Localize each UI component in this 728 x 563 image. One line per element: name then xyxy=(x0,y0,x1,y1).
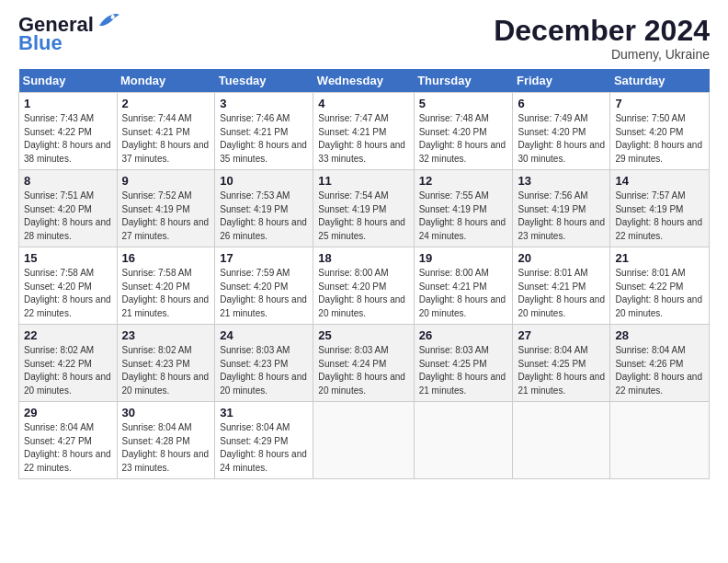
calendar-cell: 17Sunrise: 7:59 AMSunset: 4:20 PMDayligh… xyxy=(215,247,313,325)
calendar-cell: 26Sunrise: 8:03 AMSunset: 4:25 PMDayligh… xyxy=(414,325,513,402)
day-number: 5 xyxy=(419,97,508,110)
day-number: 16 xyxy=(122,251,210,265)
calendar-cell: 27Sunrise: 8:04 AMSunset: 4:25 PMDayligh… xyxy=(513,325,610,402)
day-number: 1 xyxy=(24,97,112,110)
day-info: Sunrise: 7:48 AMSunset: 4:20 PMDaylight:… xyxy=(419,112,508,166)
day-number: 3 xyxy=(220,97,308,110)
calendar-cell xyxy=(414,402,513,479)
day-number: 30 xyxy=(122,406,210,419)
day-number: 13 xyxy=(518,174,605,188)
week-row-2: 8Sunrise: 7:51 AMSunset: 4:20 PMDaylight… xyxy=(19,170,710,247)
weekday-header-wednesday: Wednesday xyxy=(313,69,414,93)
day-info: Sunrise: 7:59 AMSunset: 4:20 PMDaylight:… xyxy=(220,267,308,320)
calendar-cell: 14Sunrise: 7:57 AMSunset: 4:19 PMDayligh… xyxy=(610,170,710,247)
calendar-table: SundayMondayTuesdayWednesdayThursdayFrid… xyxy=(18,69,710,479)
logo-bird-icon xyxy=(96,13,121,31)
calendar-cell: 15Sunrise: 7:58 AMSunset: 4:20 PMDayligh… xyxy=(19,247,118,325)
calendar-cell: 25Sunrise: 8:03 AMSunset: 4:24 PMDayligh… xyxy=(313,325,414,402)
calendar-cell: 10Sunrise: 7:53 AMSunset: 4:19 PMDayligh… xyxy=(215,170,313,247)
day-info: Sunrise: 8:03 AMSunset: 4:24 PMDaylight:… xyxy=(318,344,408,397)
calendar-cell: 1Sunrise: 7:43 AMSunset: 4:22 PMDaylight… xyxy=(19,93,118,170)
day-info: Sunrise: 7:53 AMSunset: 4:19 PMDaylight:… xyxy=(220,190,308,243)
day-number: 27 xyxy=(518,328,605,342)
location: Dumeny, Ukraine xyxy=(494,47,710,62)
day-info: Sunrise: 8:03 AMSunset: 4:25 PMDaylight:… xyxy=(419,344,508,397)
day-number: 8 xyxy=(24,174,112,188)
day-info: Sunrise: 7:44 AMSunset: 4:21 PMDaylight:… xyxy=(122,112,210,166)
calendar-cell xyxy=(610,402,710,479)
calendar-cell: 31Sunrise: 8:04 AMSunset: 4:29 PMDayligh… xyxy=(215,402,313,479)
day-number: 23 xyxy=(122,328,210,342)
calendar-cell xyxy=(513,402,610,479)
calendar-cell: 2Sunrise: 7:44 AMSunset: 4:21 PMDaylight… xyxy=(117,93,215,170)
day-info: Sunrise: 8:00 AMSunset: 4:20 PMDaylight:… xyxy=(318,267,408,320)
calendar-cell: 16Sunrise: 7:58 AMSunset: 4:20 PMDayligh… xyxy=(117,247,215,325)
day-number: 12 xyxy=(419,174,508,188)
day-number: 20 xyxy=(518,251,605,265)
day-info: Sunrise: 8:04 AMSunset: 4:29 PMDaylight:… xyxy=(220,421,308,475)
day-number: 19 xyxy=(419,251,508,265)
day-info: Sunrise: 8:02 AMSunset: 4:22 PMDaylight:… xyxy=(24,344,112,397)
day-number: 26 xyxy=(419,328,508,342)
day-number: 31 xyxy=(220,406,308,419)
calendar-cell: 28Sunrise: 8:04 AMSunset: 4:26 PMDayligh… xyxy=(610,325,710,402)
week-row-1: 1Sunrise: 7:43 AMSunset: 4:22 PMDaylight… xyxy=(19,93,710,170)
calendar-cell: 5Sunrise: 7:48 AMSunset: 4:20 PMDaylight… xyxy=(414,93,513,170)
day-info: Sunrise: 7:52 AMSunset: 4:19 PMDaylight:… xyxy=(122,190,210,243)
day-number: 4 xyxy=(318,97,408,110)
day-number: 15 xyxy=(24,251,112,265)
day-number: 11 xyxy=(318,174,408,188)
day-number: 17 xyxy=(220,251,308,265)
calendar-cell: 24Sunrise: 8:03 AMSunset: 4:23 PMDayligh… xyxy=(215,325,313,402)
day-info: Sunrise: 8:02 AMSunset: 4:23 PMDaylight:… xyxy=(122,344,210,397)
day-number: 25 xyxy=(318,328,408,342)
calendar-cell: 22Sunrise: 8:02 AMSunset: 4:22 PMDayligh… xyxy=(19,325,118,402)
weekday-header-monday: Monday xyxy=(117,69,215,93)
calendar-cell: 8Sunrise: 7:51 AMSunset: 4:20 PMDaylight… xyxy=(19,170,118,247)
day-info: Sunrise: 7:50 AMSunset: 4:20 PMDaylight:… xyxy=(615,112,704,166)
day-number: 18 xyxy=(318,251,408,265)
day-info: Sunrise: 8:04 AMSunset: 4:25 PMDaylight:… xyxy=(518,344,605,397)
weekday-header-saturday: Saturday xyxy=(610,69,710,93)
day-info: Sunrise: 7:57 AMSunset: 4:19 PMDaylight:… xyxy=(615,190,704,243)
weekday-header-thursday: Thursday xyxy=(414,69,513,93)
day-number: 9 xyxy=(122,174,210,188)
day-info: Sunrise: 8:04 AMSunset: 4:27 PMDaylight:… xyxy=(24,421,112,475)
day-info: Sunrise: 7:54 AMSunset: 4:19 PMDaylight:… xyxy=(318,190,408,243)
calendar-cell: 4Sunrise: 7:47 AMSunset: 4:21 PMDaylight… xyxy=(313,93,414,170)
logo: General Blue xyxy=(18,15,121,55)
page: General Blue December 2024 Dumeny, Ukrai… xyxy=(0,0,728,488)
day-info: Sunrise: 7:47 AMSunset: 4:21 PMDaylight:… xyxy=(318,112,408,166)
day-info: Sunrise: 7:51 AMSunset: 4:20 PMDaylight:… xyxy=(24,190,112,243)
calendar-cell: 23Sunrise: 8:02 AMSunset: 4:23 PMDayligh… xyxy=(117,325,215,402)
weekday-header-friday: Friday xyxy=(513,69,610,93)
calendar-cell: 12Sunrise: 7:55 AMSunset: 4:19 PMDayligh… xyxy=(414,170,513,247)
title-block: December 2024 Dumeny, Ukraine xyxy=(494,15,710,62)
day-number: 21 xyxy=(615,251,704,265)
day-number: 29 xyxy=(24,406,112,419)
day-number: 22 xyxy=(24,328,112,342)
day-number: 2 xyxy=(122,97,210,110)
week-row-4: 22Sunrise: 8:02 AMSunset: 4:22 PMDayligh… xyxy=(19,325,710,402)
weekday-header-tuesday: Tuesday xyxy=(215,69,313,93)
day-info: Sunrise: 7:58 AMSunset: 4:20 PMDaylight:… xyxy=(24,267,112,320)
calendar-cell: 21Sunrise: 8:01 AMSunset: 4:22 PMDayligh… xyxy=(610,247,710,325)
calendar-cell: 3Sunrise: 7:46 AMSunset: 4:21 PMDaylight… xyxy=(215,93,313,170)
calendar-cell xyxy=(313,402,414,479)
day-info: Sunrise: 8:04 AMSunset: 4:28 PMDaylight:… xyxy=(122,421,210,475)
day-info: Sunrise: 8:04 AMSunset: 4:26 PMDaylight:… xyxy=(615,344,704,397)
calendar-cell: 30Sunrise: 8:04 AMSunset: 4:28 PMDayligh… xyxy=(117,402,215,479)
day-info: Sunrise: 7:49 AMSunset: 4:20 PMDaylight:… xyxy=(518,112,605,166)
weekday-header-sunday: Sunday xyxy=(19,69,118,93)
day-info: Sunrise: 8:00 AMSunset: 4:21 PMDaylight:… xyxy=(419,267,508,320)
day-info: Sunrise: 7:46 AMSunset: 4:21 PMDaylight:… xyxy=(220,112,308,166)
day-number: 6 xyxy=(518,97,605,110)
week-row-5: 29Sunrise: 8:04 AMSunset: 4:27 PMDayligh… xyxy=(19,402,710,479)
calendar-cell: 20Sunrise: 8:01 AMSunset: 4:21 PMDayligh… xyxy=(513,247,610,325)
day-info: Sunrise: 7:58 AMSunset: 4:20 PMDaylight:… xyxy=(122,267,210,320)
day-info: Sunrise: 8:01 AMSunset: 4:22 PMDaylight:… xyxy=(615,267,704,320)
month-title: December 2024 xyxy=(494,15,710,47)
calendar-cell: 18Sunrise: 8:00 AMSunset: 4:20 PMDayligh… xyxy=(313,247,414,325)
day-number: 10 xyxy=(220,174,308,188)
calendar-cell: 19Sunrise: 8:00 AMSunset: 4:21 PMDayligh… xyxy=(414,247,513,325)
